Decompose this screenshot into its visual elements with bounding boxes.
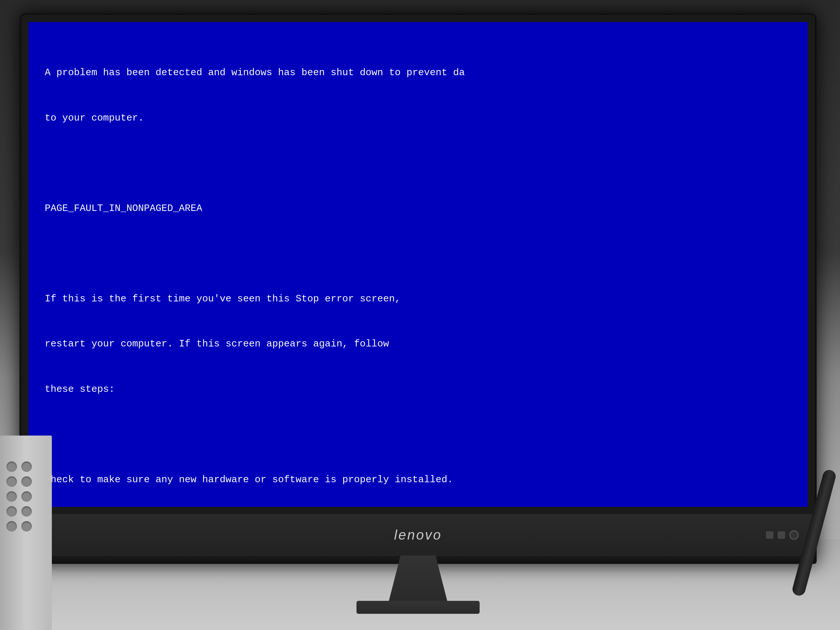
bsod-line-7: Check to make sure any new hardware or s… [45,472,791,488]
bsod-blank-3 [45,427,791,442]
monitor-controls [766,531,799,540]
monitor-base [357,601,480,614]
case-hole [6,521,17,532]
monitor: A problem has been detected and windows … [19,13,817,564]
case-ventilation [6,461,32,532]
case-hole [6,491,17,502]
bsod-blank-2 [45,246,791,261]
case-hole [6,476,17,487]
screen-bezel: A problem has been detected and windows … [21,15,815,514]
bsod-blank-1 [45,156,791,171]
computer-case [0,436,52,630]
bsod-error-code: PAGE_FAULT_IN_NONPAGED_AREA [45,201,791,216]
monitor-power-button[interactable] [789,531,799,540]
screen: A problem has been detected and windows … [28,22,808,507]
bsod-line-4: If this is the first time you've seen th… [45,291,791,306]
bsod-line-1: A problem has been detected and windows … [45,65,791,81]
case-hole [21,476,32,487]
case-hole [21,491,32,502]
monitor-bottom-bar: lenovo [21,514,815,556]
case-hole [21,506,32,516]
case-hole [6,461,17,472]
case-hole [6,506,17,516]
monitor-button-2[interactable] [778,532,785,538]
bsod-line-2: to your computer. [45,111,791,126]
case-hole [21,521,32,532]
monitor-button-1[interactable] [766,532,773,538]
monitor-stand [389,556,447,601]
bsod-content: A problem has been detected and windows … [45,35,791,507]
case-hole [21,461,32,472]
monitor-brand-label: lenovo [394,527,442,543]
bsod-line-6: these steps: [45,382,791,397]
bsod-line-5: restart your computer. If this screen ap… [45,336,791,352]
